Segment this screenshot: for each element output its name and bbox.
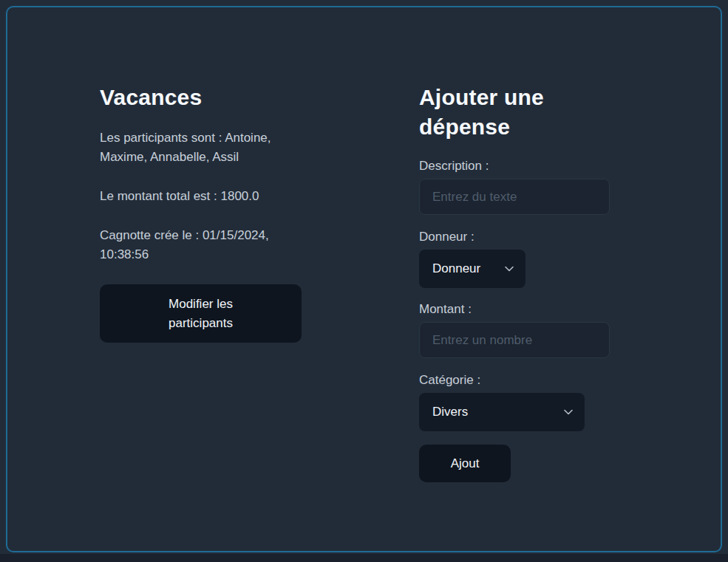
amount-input[interactable] [419,322,610,358]
description-label: Description : [419,158,610,174]
pool-title: Vacances [100,83,302,112]
pool-summary-panel: Vacances Les participants sont : Antoine… [100,83,302,482]
participants-text: Les participants sont : Antoine, Maxime,… [100,128,302,167]
donor-select-value: Donneur [432,261,480,276]
donor-label: Donneur : [419,229,610,245]
add-expense-panel: Ajouter une dépense Description : Donneu… [419,83,610,482]
created-date-text: Cagnotte crée le : 01/15/2024, 10:38:56 [100,226,302,264]
category-select[interactable]: Divers [419,393,585,431]
bottom-strip [0,554,728,562]
description-input[interactable] [419,179,610,215]
edit-participants-button[interactable]: Modifier les participants [100,284,302,343]
category-label: Catégorie : [419,372,610,388]
add-expense-button[interactable]: Ajout [419,445,511,482]
chevron-down-icon [562,405,575,419]
category-select-value: Divers [432,405,468,419]
amount-label: Montant : [419,301,610,318]
app-frame: Vacances Les participants sont : Antoine… [6,6,722,552]
main-content: Vacances Les participants sont : Antoine… [7,7,721,482]
donor-select[interactable]: Donneur [419,250,525,288]
chevron-down-icon [503,262,516,275]
total-amount-text: Le montant total est : 1800.0 [100,187,302,206]
add-expense-title: Ajouter une dépense [419,83,610,142]
